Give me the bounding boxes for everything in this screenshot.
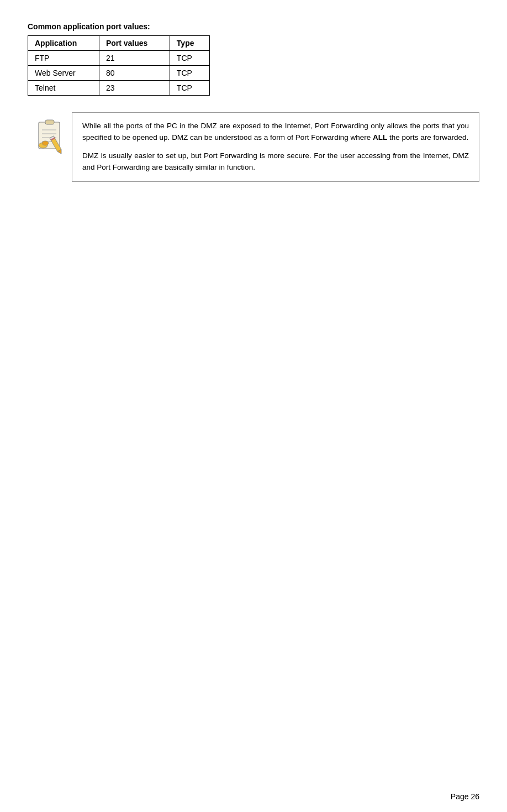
note-paragraph-1: While all the ports of the PC in the DMZ… — [82, 121, 469, 144]
table-cell-r0-c1: 21 — [99, 51, 170, 66]
page-footer: Page 26 — [451, 792, 479, 801]
table-cell-r2-c0: Telnet — [28, 81, 99, 96]
port-table: Application Port values Type FTP21TCPWeb… — [28, 35, 210, 96]
svg-point-10 — [42, 141, 49, 145]
table-cell-r0-c2: TCP — [170, 51, 209, 66]
note-box-container: While all the ports of the PC in the DMZ… — [28, 112, 479, 182]
table-cell-r1-c2: TCP — [170, 66, 209, 81]
table-cell-r1-c1: 80 — [99, 66, 170, 81]
table-cell-r1-c0: Web Server — [28, 66, 99, 81]
page-number: Page 26 — [451, 792, 479, 801]
col-header-application: Application — [28, 36, 99, 51]
note-text-box: While all the ports of the PC in the DMZ… — [72, 112, 479, 182]
note-bold-all: ALL — [373, 133, 387, 142]
table-cell-r2-c1: 23 — [99, 81, 170, 96]
page-content: Common application port values: Applicat… — [0, 0, 507, 232]
table-row: Web Server80TCP — [28, 66, 210, 81]
table-header-row: Application Port values Type — [28, 36, 210, 51]
table-cell-r2-c2: TCP — [170, 81, 209, 96]
section-heading: Common application port values: — [28, 22, 479, 31]
note-icon — [28, 112, 72, 156]
table-row: FTP21TCP — [28, 51, 210, 66]
table-cell-r0-c0: FTP — [28, 51, 99, 66]
svg-rect-11 — [45, 120, 54, 124]
col-header-port-values: Port values — [99, 36, 170, 51]
col-header-type: Type — [170, 36, 209, 51]
table-row: Telnet23TCP — [28, 81, 210, 96]
notepad-icon — [33, 118, 66, 156]
note-paragraph-2: DMZ is usually easier to set up, but Por… — [82, 150, 469, 174]
